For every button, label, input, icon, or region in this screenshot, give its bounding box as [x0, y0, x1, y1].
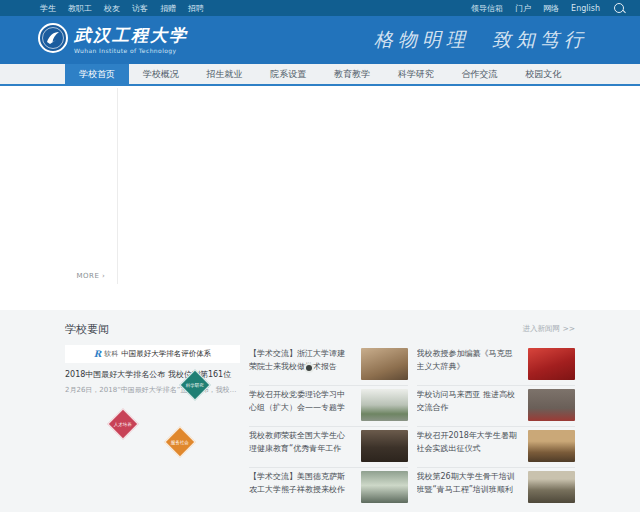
news-item: 学校访问马来西亚 推进高校交流合作	[417, 386, 576, 427]
featured-news-summary: 2月26日，2018“中国最好大学排名”正式发布，我校…	[65, 385, 240, 395]
school-name: 武汉工程大学	[74, 27, 188, 44]
news-item: 学校召开2018年大学生暑期社会实践出征仪式	[417, 427, 576, 468]
topbar: 学生 教职工 校友 访客 捐赠 招聘 领导信箱 门户 网络 English	[0, 0, 640, 16]
topbar-link-recruit[interactable]: 招聘	[188, 3, 204, 14]
news-thumbnail[interactable]	[528, 348, 575, 380]
news-item-title[interactable]: 我校教师荣获全国大学生心理健康教育“优秀青年工作	[249, 430, 353, 457]
more-link[interactable]: MORE ›	[77, 272, 106, 284]
carousel-area: MORE ›	[0, 86, 640, 310]
featured-news-title[interactable]: 2018中国最好大学排名公布 我校位列第161位	[65, 369, 240, 380]
news-item-title[interactable]: 学校召开2018年大学生暑期社会实践出征仪式	[417, 430, 521, 457]
nav-item-about[interactable]: 学校概况	[129, 64, 193, 84]
news-item: 我校教授参加编纂《马克思主义大辞典》	[417, 345, 576, 386]
news-item-title[interactable]: 【学术交流】浙江大学谭建荣院士来我校做学术报告	[249, 348, 353, 375]
news-item-title[interactable]: 学校召开校党委理论学习中心组（扩大）会——专题学习习	[249, 389, 353, 416]
school-motto: 格物明理 致知笃行	[374, 27, 588, 53]
topbar-link-english[interactable]: English	[571, 4, 600, 13]
topbar-link-faculty[interactable]: 教职工	[68, 3, 92, 14]
news-item: 我校第26期大学生骨干培训班暨“青马工程”培训班顺利结业	[417, 468, 576, 509]
topbar-link-network[interactable]: 网络	[543, 3, 559, 14]
news-more-link[interactable]: 进入新闻网 >>	[523, 324, 575, 334]
news-item: 【学术交流】美国德克萨斯农工大学熊子祥教授来校作学术	[249, 468, 408, 509]
topbar-link-alumni[interactable]: 校友	[104, 3, 120, 14]
featured-caption: 中国最好大学排名评价体系	[121, 349, 211, 359]
nav-item-research[interactable]: 科学研究	[384, 64, 448, 84]
news-thumbnail[interactable]	[361, 348, 408, 380]
topbar-right-links: 领导信箱 门户 网络 English	[471, 3, 624, 14]
news-thumbnail[interactable]	[528, 389, 575, 421]
topbar-left-links: 学生 教职工 校友 访客 捐赠 招聘	[40, 3, 204, 14]
ruanke-logo-icon: R	[94, 349, 101, 359]
news-section: 学校要闻 进入新闻网 >> 30% 生源质量 新生高考成绩 10% 科研规模 论…	[0, 310, 640, 512]
news-thumbnail[interactable]	[361, 471, 408, 503]
school-brand[interactable]: 武汉工程大学 Wuhan Institute of Technology	[38, 23, 188, 57]
news-item-title[interactable]: 我校第26期大学生骨干培训班暨“青马工程”培训班顺利结业	[417, 471, 521, 498]
featured-news: 30% 生源质量 新生高考成绩 10% 科研规模 论文数量 10% 科研质量 论…	[65, 345, 240, 509]
news-item-title[interactable]: 我校教授参加编纂《马克思主义大辞典》	[417, 348, 521, 375]
news-item: 【学术交流】浙江大学谭建荣院士来我校做学术报告	[249, 345, 408, 386]
ruanke-brand: 软科	[104, 349, 118, 359]
nav-item-departments[interactable]: 院系设置	[256, 64, 320, 84]
news-thumbnail[interactable]	[528, 430, 575, 462]
search-icon[interactable]	[614, 3, 624, 13]
school-emblem-icon	[38, 23, 68, 57]
topbar-link-mailbox[interactable]: 领导信箱	[471, 3, 503, 14]
nav-item-campus-culture[interactable]: 校园文化	[511, 64, 575, 84]
nav-item-home[interactable]: 学校首页	[65, 64, 129, 84]
nav-item-cooperation[interactable]: 合作交流	[448, 64, 512, 84]
nav-item-teaching[interactable]: 教育教学	[320, 64, 384, 84]
topbar-link-students[interactable]: 学生	[40, 3, 56, 14]
main-nav: 学校首页 学校概况 招生就业 院系设置 教育教学 科学研究 合作交流 校园文化	[0, 64, 640, 86]
news-item: 学校召开校党委理论学习中心组（扩大）会——专题学习习	[249, 386, 408, 427]
news-item-title[interactable]: 学校访问马来西亚 推进高校交流合作	[417, 389, 521, 416]
school-name-en: Wuhan Institute of Technology	[74, 47, 188, 54]
topbar-link-portal[interactable]: 门户	[515, 3, 531, 14]
topbar-link-visitors[interactable]: 访客	[132, 3, 148, 14]
news-thumbnail[interactable]	[361, 389, 408, 421]
news-column-1: 【学术交流】浙江大学谭建荣院士来我校做学术报告 学校召开校党委理论学习中心组（扩…	[249, 345, 408, 509]
nav-item-admissions[interactable]: 招生就业	[193, 64, 257, 84]
news-item-title[interactable]: 【学术交流】美国德克萨斯农工大学熊子祥教授来校作学术	[249, 471, 353, 498]
carousel-dot[interactable]	[306, 365, 312, 371]
news-thumbnail[interactable]	[361, 430, 408, 462]
news-thumbnail[interactable]	[528, 471, 575, 503]
topbar-link-donation[interactable]: 捐赠	[160, 3, 176, 14]
site-header: 武汉工程大学 Wuhan Institute of Technology 格物明…	[0, 16, 640, 64]
news-item: 我校教师荣获全国大学生心理健康教育“优秀青年工作	[249, 427, 408, 468]
news-section-title: 学校要闻	[65, 322, 109, 337]
notice-panel: MORE ›	[65, 88, 118, 284]
news-column-2: 我校教授参加编纂《马克思主义大辞典》 学校访问马来西亚 推进高校交流合作 学校召…	[417, 345, 576, 509]
